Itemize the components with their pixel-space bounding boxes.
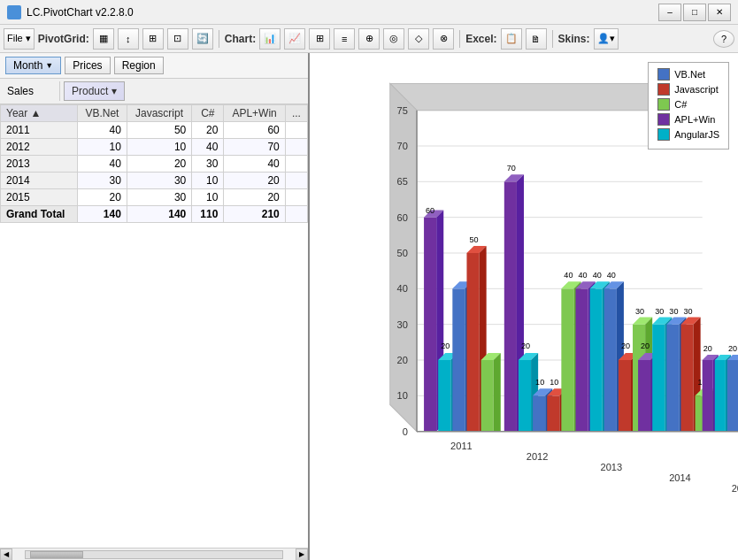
vbnet-column-header: VB.Net bbox=[77, 105, 127, 122]
tb-grid-btn3[interactable]: ⊞ bbox=[142, 28, 164, 50]
legend-label-apl: APL+Win bbox=[674, 114, 715, 125]
svg-rect-51 bbox=[533, 395, 545, 431]
svg-text:50: 50 bbox=[469, 235, 478, 244]
tb-chart-btn3[interactable]: ⊞ bbox=[309, 28, 330, 50]
svg-rect-97 bbox=[680, 325, 693, 432]
cs-column-header: C# bbox=[192, 105, 224, 122]
prices-filter-button[interactable]: Prices bbox=[65, 57, 110, 74]
help-button[interactable]: ? bbox=[713, 30, 734, 48]
app-title: LC.PivotChart v2.2.8.0 bbox=[27, 6, 658, 19]
svg-text:75: 75 bbox=[397, 105, 408, 116]
svg-text:40: 40 bbox=[579, 271, 588, 280]
more-cell bbox=[285, 173, 307, 189]
tb-grid-btn1[interactable]: ▦ bbox=[93, 28, 114, 50]
svg-rect-110 bbox=[715, 360, 726, 432]
tb-chart-btn1[interactable]: 📊 bbox=[259, 28, 281, 50]
tb-excel-btn2[interactable]: 🗎 bbox=[526, 28, 547, 50]
cs-cell: 40 bbox=[192, 139, 224, 156]
sep2 bbox=[459, 30, 460, 48]
apl-cell: 40 bbox=[224, 156, 285, 173]
tb-grid-btn4[interactable]: ⊡ bbox=[167, 28, 188, 50]
close-button[interactable]: ✕ bbox=[708, 4, 731, 21]
svg-rect-76 bbox=[619, 360, 631, 432]
region-filter-button[interactable]: Region bbox=[114, 57, 164, 74]
year-cell: 2011 bbox=[1, 122, 78, 139]
vbnet-cell: 20 bbox=[77, 189, 127, 206]
tb-chart-btn6[interactable]: ◎ bbox=[383, 28, 404, 50]
svg-text:60: 60 bbox=[397, 212, 408, 223]
legend-item-vbnet: VB.Net bbox=[657, 68, 719, 81]
grand-total-label: Grand Total bbox=[1, 206, 78, 223]
year-cell: 2014 bbox=[1, 173, 78, 189]
scroll-left-button[interactable]: ◀ bbox=[0, 548, 12, 561]
year-cell: 2012 bbox=[1, 139, 78, 156]
tb-chart-btn4[interactable]: ≡ bbox=[334, 28, 355, 50]
grid-area: Sales Product ▾ Year ▲ VB.Net Javascript bbox=[0, 79, 308, 560]
maximize-button[interactable]: □ bbox=[683, 4, 706, 21]
grand-total-cs: 110 bbox=[192, 206, 224, 223]
svg-text:40: 40 bbox=[397, 283, 408, 294]
pivot-table: Year ▲ VB.Net Javascript C# APL+Win ... … bbox=[0, 104, 308, 548]
legend-color-vbnet bbox=[657, 68, 670, 81]
table-row: 2015 20 30 10 20 bbox=[1, 189, 308, 206]
js-cell: 50 bbox=[127, 122, 191, 139]
scrollbar-thumb[interactable] bbox=[30, 551, 83, 558]
svg-rect-72 bbox=[604, 288, 617, 431]
tb-chart-btn7[interactable]: ◇ bbox=[408, 28, 429, 50]
tb-grid-btn5[interactable]: 🔄 bbox=[192, 28, 213, 50]
file-menu-button[interactable]: File ▾ bbox=[4, 28, 35, 50]
cs-cell: 10 bbox=[192, 173, 224, 189]
table-row: 2013 40 20 30 40 bbox=[1, 156, 308, 173]
svg-text:30: 30 bbox=[397, 319, 408, 330]
apl-cell: 60 bbox=[224, 122, 285, 139]
title-bar: LC.PivotChart v2.2.8.0 – □ ✕ bbox=[0, 0, 738, 25]
app-icon bbox=[7, 5, 21, 19]
tb-skins-btn[interactable]: 👤▾ bbox=[594, 28, 619, 50]
tb-chart-btn2[interactable]: 📈 bbox=[284, 28, 305, 50]
svg-rect-55 bbox=[547, 395, 559, 431]
scrollbar-track[interactable] bbox=[25, 550, 283, 559]
svg-text:2012: 2012 bbox=[527, 451, 549, 462]
tb-excel-btn1[interactable]: 📋 bbox=[501, 28, 522, 50]
svg-rect-89 bbox=[652, 325, 665, 432]
window-controls: – □ ✕ bbox=[658, 4, 731, 21]
chart-panel: 0 10 20 30 40 50 60 65 70 75 bbox=[310, 53, 738, 560]
svg-text:10: 10 bbox=[550, 378, 558, 387]
js-cell: 20 bbox=[127, 156, 191, 173]
js-cell: 30 bbox=[127, 173, 191, 189]
tb-chart-btn8[interactable]: ⊗ bbox=[433, 28, 454, 50]
table-row: 2012 10 10 40 70 bbox=[1, 139, 308, 156]
svg-text:0: 0 bbox=[403, 426, 408, 437]
horizontal-scrollbar: ◀ ▶ bbox=[0, 548, 308, 560]
legend-label-cs: C# bbox=[674, 99, 687, 110]
svg-text:20: 20 bbox=[441, 341, 450, 350]
more-column-header: ... bbox=[285, 105, 307, 122]
year-column-header[interactable]: Year ▲ bbox=[1, 105, 78, 122]
svg-rect-35 bbox=[466, 253, 479, 432]
product-drag-area[interactable]: Product ▾ bbox=[64, 81, 125, 101]
legend-label-vbnet: VB.Net bbox=[674, 69, 705, 80]
bar-2011-cs bbox=[481, 353, 501, 432]
svg-text:2011: 2011 bbox=[450, 441, 473, 451]
svg-rect-59 bbox=[561, 288, 573, 431]
scroll-right-button[interactable]: ▶ bbox=[296, 548, 308, 561]
svg-text:20: 20 bbox=[397, 355, 408, 365]
svg-text:2015: 2015 bbox=[732, 483, 738, 494]
pivot-panel: Month ▼ Prices Region Sales Product ▾ bbox=[0, 53, 310, 560]
svg-rect-47 bbox=[519, 360, 531, 432]
month-filter-button[interactable]: Month ▼ bbox=[5, 57, 61, 74]
svg-text:2013: 2013 bbox=[600, 462, 622, 472]
grand-total-vbnet: 140 bbox=[77, 206, 127, 223]
tb-chart-btn5[interactable]: ⊕ bbox=[358, 28, 380, 50]
grand-total-more bbox=[285, 206, 307, 223]
svg-text:30: 30 bbox=[683, 307, 692, 316]
svg-text:50: 50 bbox=[397, 248, 408, 258]
svg-text:40: 40 bbox=[593, 271, 602, 280]
cs-cell: 10 bbox=[192, 189, 224, 206]
minimize-button[interactable]: – bbox=[658, 4, 681, 21]
pivotgrid-label: PivotGrid: bbox=[38, 33, 89, 45]
chart-label: Chart: bbox=[225, 33, 256, 45]
legend-color-angularjs bbox=[657, 128, 670, 141]
legend-item-apl: APL+Win bbox=[657, 113, 719, 126]
tb-grid-btn2[interactable]: ↕ bbox=[118, 28, 139, 50]
